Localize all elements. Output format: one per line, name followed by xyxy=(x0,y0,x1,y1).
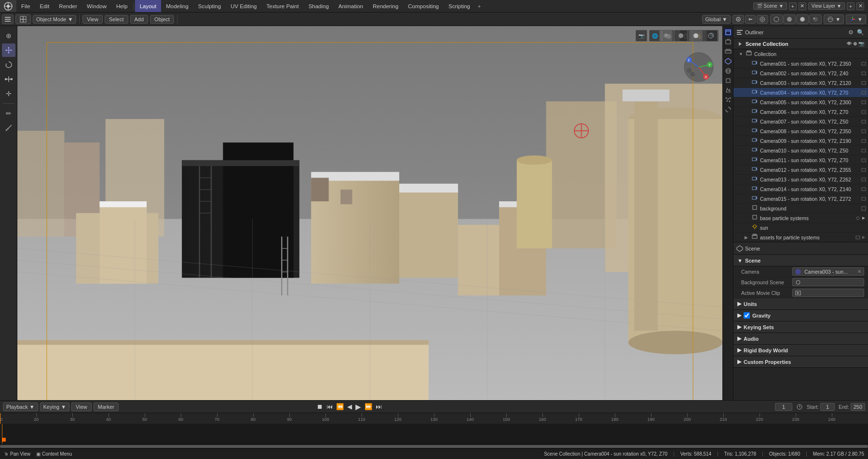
axis-gizmo[interactable]: Z Y X xyxy=(682,50,716,84)
outliner-expand-19[interactable]: ▶ xyxy=(745,235,749,240)
transform-tool[interactable]: ✛ xyxy=(2,87,15,100)
scene-selector[interactable]: 🎬 Scene ▼ xyxy=(753,2,787,10)
tab-animation[interactable]: Animation xyxy=(334,0,368,12)
solid-shading-btn[interactable] xyxy=(689,30,703,42)
header-menu-btn[interactable] xyxy=(2,14,14,24)
tab-rendering[interactable]: Rendering xyxy=(368,0,403,12)
object-properties-icon[interactable] xyxy=(724,76,732,85)
play-stop-btn[interactable]: ⏹ xyxy=(316,403,324,410)
outliner-expand-0[interactable]: ▼ xyxy=(739,52,744,56)
wireframe-btn[interactable] xyxy=(770,14,783,24)
tab-compositing[interactable]: Compositing xyxy=(403,0,444,12)
snap-toggle[interactable] xyxy=(732,15,744,24)
start-frame-input[interactable]: 1 xyxy=(820,403,835,411)
scene-section-header[interactable]: ▼ Scene xyxy=(733,255,868,266)
wire-shading-btn[interactable] xyxy=(704,30,718,42)
tab-sculpting[interactable]: Sculpting xyxy=(193,0,226,12)
outliner-item-18[interactable]: sun xyxy=(733,223,868,233)
particles-properties-icon[interactable] xyxy=(724,96,732,104)
tab-scripting[interactable]: Scripting xyxy=(444,0,475,12)
outliner-cursor-icon[interactable]: ⊕ xyxy=(853,41,857,46)
keying-sets-section[interactable]: ▶ Keying Sets xyxy=(733,321,868,333)
select-menu-btn[interactable]: Select xyxy=(105,15,128,24)
tab-texture-paint[interactable]: Texture Paint xyxy=(262,0,304,12)
outliner-item-10[interactable]: Camera010 - sun rotation X0, Y72, Z50 xyxy=(733,146,868,155)
outliner-item-17[interactable]: base particle systems xyxy=(733,213,868,223)
timeline-marker-btn[interactable]: Marker xyxy=(94,403,119,411)
gravity-section[interactable]: ▶ Gravity xyxy=(733,310,868,321)
outliner-filter-icon[interactable]: ⚙ xyxy=(847,28,854,36)
outliner-item-15[interactable]: Camera015 - sun rotation X0, Y72, Z272 xyxy=(733,194,868,204)
rigid-body-world-section[interactable]: ▶ Rigid Body World xyxy=(733,345,868,356)
object-menu-btn[interactable]: Object xyxy=(150,15,174,24)
timeline-tracks[interactable] xyxy=(0,424,868,444)
gizmo-toggle[interactable]: ▼ xyxy=(846,14,866,24)
scene-properties-icon[interactable] xyxy=(724,57,732,66)
active-movie-clip-value[interactable] xyxy=(792,289,864,297)
next-keyframe-btn[interactable]: ⏩ xyxy=(364,403,373,410)
material-btn[interactable] xyxy=(796,14,809,24)
play-reverse-btn[interactable]: ◀ xyxy=(346,403,353,410)
view-layer-selector[interactable]: View Layer ▼ xyxy=(808,2,845,10)
move-tool[interactable] xyxy=(2,43,15,57)
outliner-eye-icon[interactable]: 👁 xyxy=(847,41,852,46)
outliner-item-4[interactable]: Camera004 - sun rotation X0, Y72, Z70 xyxy=(733,88,868,97)
outliner-item-3[interactable]: Camera003 - sun rotation X0, Y72, Z120 xyxy=(733,78,868,88)
tab-uv-editing[interactable]: UV Editing xyxy=(226,0,261,12)
world-properties-icon[interactable] xyxy=(724,67,732,75)
outliner-item-16[interactable]: background xyxy=(733,204,868,213)
tab-shading[interactable]: Shading xyxy=(304,0,334,12)
outliner-search-icon[interactable]: 🔍 xyxy=(856,28,865,36)
cursor-tool[interactable]: ⊕ xyxy=(2,29,15,42)
outliner-item-8[interactable]: Camera008 - sun rotation X0, Y72, Z350 xyxy=(733,126,868,136)
menu-render[interactable]: Render xyxy=(54,0,82,12)
end-frame-input[interactable]: 250 xyxy=(851,403,865,411)
outliner-item-1[interactable]: Camera001 - sun rotation X0, Y72, Z350 xyxy=(733,59,868,69)
view-layer-remove-button[interactable]: ✕ xyxy=(856,2,864,10)
jump-end-btn[interactable]: ⏭ xyxy=(375,403,383,410)
outliner-item-12[interactable]: Camera012 - sun rotation X0, Y72, Z355 xyxy=(733,165,868,175)
outliner-item-11[interactable]: Camera011 - sun rotation X0, Y72, Z70 xyxy=(733,155,868,165)
view-layer-properties-icon[interactable] xyxy=(724,47,732,56)
audio-section[interactable]: ▶ Audio xyxy=(733,333,868,345)
menu-window[interactable]: Window xyxy=(82,0,111,12)
menu-edit[interactable]: Edit xyxy=(35,0,54,12)
gravity-checkbox[interactable] xyxy=(744,312,750,319)
jump-start-btn[interactable]: ⏮ xyxy=(326,403,334,410)
scene-remove-button[interactable]: ✕ xyxy=(799,2,806,10)
background-scene-value[interactable] xyxy=(792,278,864,286)
overlay-toggle[interactable]: ▼ xyxy=(824,14,844,24)
add-workspace-button[interactable]: + xyxy=(475,3,484,9)
view-layer-add-button[interactable]: + xyxy=(847,2,854,10)
outliner-item-6[interactable]: Camera006 - sun rotation X0, Y72, Z70 xyxy=(733,107,868,117)
add-menu-btn[interactable]: Add xyxy=(130,15,149,24)
material-shading-btn[interactable] xyxy=(674,30,688,42)
camera-x-icon[interactable]: ✕ xyxy=(857,269,861,274)
playback-menu[interactable]: Playback ▼ xyxy=(3,403,38,411)
rendered-btn[interactable] xyxy=(809,14,822,24)
tab-layout[interactable]: Layout xyxy=(135,0,162,12)
annotate-tool[interactable]: ✏ xyxy=(2,107,15,120)
scene-add-button[interactable]: + xyxy=(789,2,797,10)
units-section[interactable]: ▶ Units xyxy=(733,298,868,310)
outliner-item-19[interactable]: ▶assets for particle systems xyxy=(733,233,868,242)
scale-tool[interactable] xyxy=(2,72,15,86)
timeline-ruler[interactable]: 1020304050607080901001101201301401501601… xyxy=(0,413,868,424)
outliner-item-0[interactable]: ▼Collection xyxy=(733,49,868,59)
camera-view-icon[interactable]: 📷 xyxy=(636,30,647,42)
keying-menu[interactable]: Keying ▼ xyxy=(40,403,70,411)
render-shading-btn[interactable] xyxy=(659,30,673,42)
outliner-item-14[interactable]: Camera014 - sun rotation X0, Y72, Z140 xyxy=(733,184,868,194)
transform-orientation[interactable]: Global ▼ xyxy=(702,15,731,24)
mode-selector[interactable]: Object Mode ▼ xyxy=(33,15,76,24)
timeline-view-btn[interactable]: View xyxy=(71,403,92,411)
solid-btn[interactable] xyxy=(783,14,796,24)
render-properties-icon[interactable] xyxy=(724,28,732,37)
outliner-item-9[interactable]: Camera009 - sun rotation X0, Y72, Z190 xyxy=(733,136,868,146)
timeline-scrollbar[interactable] xyxy=(0,444,868,448)
view-menu-btn[interactable]: View xyxy=(82,15,103,24)
viewport-3d[interactable]: Camera Perspective (1) Scene Collection … xyxy=(17,26,722,400)
outliner-item-7[interactable]: Camera007 - sun rotation X0, Y72, Z50 xyxy=(733,117,868,126)
play-btn[interactable]: ▶ xyxy=(354,403,362,411)
output-properties-icon[interactable] xyxy=(724,38,732,46)
